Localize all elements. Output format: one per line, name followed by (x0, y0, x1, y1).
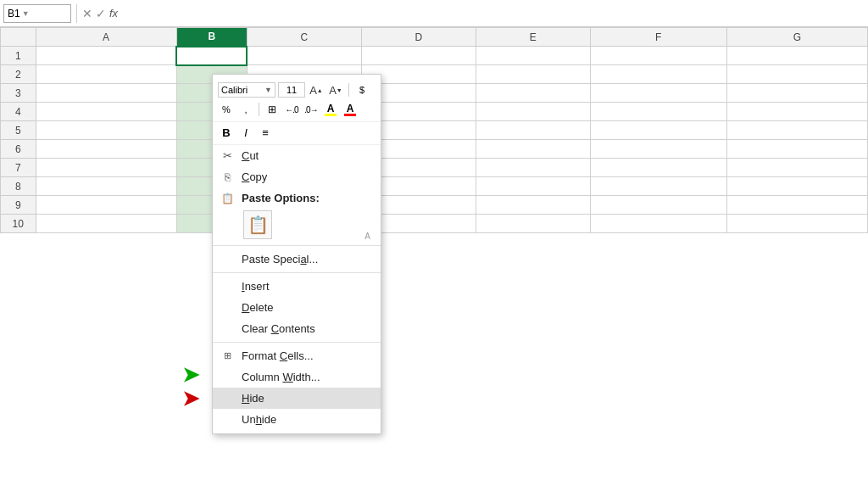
italic-icon[interactable]: I (237, 124, 254, 141)
clear-contents-label: Clear Contents (242, 322, 370, 335)
paste-special-menu-item[interactable]: Paste Special... (213, 249, 381, 270)
col-header-e[interactable]: E (476, 28, 590, 47)
cell-a2[interactable] (36, 65, 176, 84)
cell-d1[interactable] (361, 47, 476, 65)
row-num-8: 8 (1, 177, 36, 196)
cell-a8[interactable] (36, 177, 176, 196)
spreadsheet-area: A B C D E F G 1 2 (0, 27, 868, 486)
paste-options-menu-item[interactable]: 📋 Paste Options: (213, 187, 381, 209)
paste-special-label: Paste Special... (242, 253, 370, 265)
cell-g5[interactable] (726, 121, 867, 140)
formula-bar: B1 ▼ ✕ ✓ fx (0, 0, 868, 27)
align-icon[interactable]: ≡ (257, 124, 274, 141)
hide-menu-item[interactable]: Hide (213, 388, 381, 409)
cell-reference-box[interactable]: B1 ▼ (3, 4, 71, 23)
cell-c1[interactable] (247, 47, 361, 65)
column-width-menu-item[interactable]: Column Width... (213, 366, 381, 388)
col-header-g[interactable]: G (726, 28, 867, 47)
cell-b1[interactable] (176, 47, 247, 65)
menu-separator-2 (213, 272, 381, 273)
menu-separator-3 (213, 342, 381, 343)
cell-f2[interactable] (590, 65, 726, 84)
decrease-decimal-icon[interactable]: .0→ (303, 101, 320, 118)
table-row: 3 (1, 84, 868, 103)
cell-f1[interactable] (590, 47, 726, 65)
cell-e9[interactable] (476, 196, 590, 215)
cell-e5[interactable] (476, 121, 590, 140)
cell-g6[interactable] (726, 140, 867, 159)
cancel-formula-icon[interactable]: ✕ (82, 7, 92, 20)
confirm-formula-icon[interactable]: ✓ (96, 7, 106, 20)
cell-f8[interactable] (590, 177, 726, 196)
cell-e4[interactable] (476, 103, 590, 121)
cell-e1[interactable] (476, 47, 590, 65)
cell-f5[interactable] (590, 121, 726, 140)
cell-a6[interactable] (36, 140, 176, 159)
clear-contents-menu-item[interactable]: Clear Contents (213, 318, 381, 339)
paste-sub-label: A (364, 232, 370, 241)
cell-g2[interactable] (726, 65, 867, 84)
decrease-font-icon[interactable]: A▼ (327, 81, 344, 98)
col-header-d[interactable]: D (361, 28, 476, 47)
cell-e7[interactable] (476, 159, 590, 177)
cell-a3[interactable] (36, 84, 176, 103)
format-cells-icon: ⊞ (220, 350, 235, 361)
paste-icon-button[interactable]: 📋 (243, 210, 272, 239)
cut-menu-item[interactable]: ✂ Cut (213, 145, 381, 166)
copy-menu-item[interactable]: ⎘ Copy (213, 166, 381, 187)
dollar-format-icon[interactable]: $ (353, 81, 370, 98)
comma-format-icon[interactable]: , (237, 101, 254, 118)
col-header-f[interactable]: F (590, 28, 726, 47)
unhide-menu-item[interactable]: Unhide (213, 409, 381, 430)
copy-label: Copy (242, 170, 370, 183)
cell-g3[interactable] (726, 84, 867, 103)
highlight-color-icon[interactable]: A (322, 101, 339, 118)
col-header-a[interactable]: A (36, 28, 176, 47)
table-row: 1 (1, 47, 868, 65)
borders-icon[interactable]: ⊞ (264, 101, 281, 118)
paste-icon-area[interactable]: 📋 A (213, 209, 381, 243)
increase-font-icon[interactable]: A▲ (308, 81, 325, 98)
cell-g8[interactable] (726, 177, 867, 196)
percent-format-icon[interactable]: % (218, 101, 235, 118)
cell-a1[interactable] (36, 47, 176, 65)
cell-g1[interactable] (726, 47, 867, 65)
format-cells-menu-item[interactable]: ⊞ Format Cells... (213, 345, 381, 366)
cell-f3[interactable] (590, 84, 726, 103)
font-size-selector[interactable]: 11 (278, 82, 305, 98)
table-row: 6 (1, 140, 868, 159)
cell-f9[interactable] (590, 196, 726, 215)
formula-input[interactable] (121, 4, 865, 23)
bold-icon[interactable]: B (218, 124, 235, 141)
cell-g10[interactable] (726, 215, 867, 233)
cell-a4[interactable] (36, 103, 176, 121)
cell-e8[interactable] (476, 177, 590, 196)
cell-g7[interactable] (726, 159, 867, 177)
cell-e10[interactable] (476, 215, 590, 233)
font-size-value: 11 (287, 85, 297, 95)
cell-f7[interactable] (590, 159, 726, 177)
cell-a7[interactable] (36, 159, 176, 177)
cell-g4[interactable] (726, 103, 867, 121)
font-name-dropdown-icon: ▼ (264, 86, 272, 94)
cell-f10[interactable] (590, 215, 726, 233)
cell-e6[interactable] (476, 140, 590, 159)
table-row: 4 (1, 103, 868, 121)
cell-f6[interactable] (590, 140, 726, 159)
cell-g9[interactable] (726, 196, 867, 215)
cell-e2[interactable] (476, 65, 590, 84)
insert-menu-item[interactable]: Insert (213, 276, 381, 297)
col-header-c[interactable]: C (247, 28, 361, 47)
font-name-selector[interactable]: Calibri ▼ (218, 82, 275, 98)
delete-menu-item[interactable]: Delete (213, 297, 381, 318)
cell-a9[interactable] (36, 196, 176, 215)
cell-a5[interactable] (36, 121, 176, 140)
cell-a10[interactable] (36, 215, 176, 233)
cell-e3[interactable] (476, 84, 590, 103)
toolbar-separator-1 (348, 83, 349, 97)
row-num-7: 7 (1, 159, 36, 177)
increase-decimal-icon[interactable]: ←.0 (283, 101, 300, 118)
font-color-icon[interactable]: A (342, 101, 359, 118)
col-header-b[interactable]: B (176, 28, 247, 47)
cell-f4[interactable] (590, 103, 726, 121)
